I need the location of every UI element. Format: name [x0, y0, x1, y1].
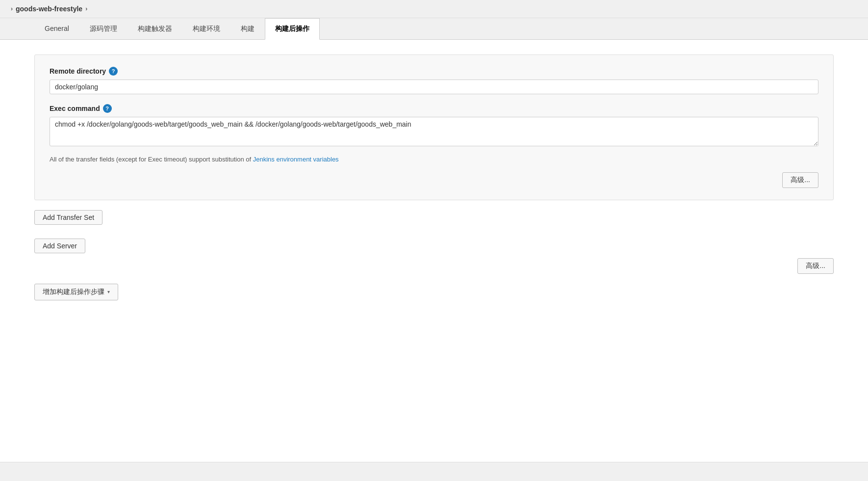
add-server-row: Add Server: [34, 239, 834, 253]
breadcrumb: › goods-web-freestyle ›: [0, 0, 868, 18]
exec-command-label-row: Exec command ?: [50, 104, 818, 113]
outer-advanced-btn-row: 高级...: [34, 258, 834, 274]
tab-build[interactable]: 构建: [230, 18, 265, 40]
main-content: Remote directory ? Exec command ? All of…: [0, 40, 868, 462]
add-step-label: 增加构建后操作步骤: [43, 288, 104, 296]
remote-directory-label-row: Remote directory ?: [50, 67, 818, 76]
transfer-info-text: All of the transfer fields (except for E…: [50, 155, 818, 164]
tab-post[interactable]: 构建后操作: [265, 18, 320, 40]
add-transfer-set-row: Add Transfer Set: [34, 210, 834, 225]
remote-directory-help-icon[interactable]: ?: [109, 67, 118, 76]
remote-directory-input[interactable]: [50, 80, 818, 94]
exec-command-label: Exec command: [50, 105, 100, 112]
breadcrumb-arrow-right: ›: [85, 5, 87, 12]
bottom-bar: [0, 462, 868, 481]
add-server-button[interactable]: Add Server: [34, 239, 85, 253]
exec-command-help-icon[interactable]: ?: [103, 104, 112, 113]
tab-env[interactable]: 构建环境: [182, 18, 230, 40]
transfer-section: Remote directory ? Exec command ? All of…: [34, 54, 834, 200]
remote-directory-label: Remote directory: [50, 67, 106, 75]
tab-triggers[interactable]: 构建触发器: [128, 18, 182, 40]
breadcrumb-project-name[interactable]: goods-web-freestyle: [16, 5, 82, 13]
inner-advanced-button[interactable]: 高级...: [782, 172, 818, 188]
tab-general[interactable]: General: [34, 18, 79, 40]
breadcrumb-arrow-left: ›: [11, 5, 13, 12]
info-text-prefix: All of the transfer fields (except for E…: [50, 156, 253, 163]
add-step-row: 增加构建后操作步骤 ▾: [34, 284, 834, 300]
tab-source[interactable]: 源码管理: [79, 18, 128, 40]
outer-advanced-button[interactable]: 高级...: [797, 258, 834, 274]
add-transfer-set-button[interactable]: Add Transfer Set: [34, 210, 102, 225]
add-post-build-step-button[interactable]: 增加构建后操作步骤 ▾: [34, 284, 118, 300]
dropdown-arrow-icon: ▾: [107, 289, 110, 294]
tabs-bar: General 源码管理 构建触发器 构建环境 构建 构建后操作: [0, 18, 868, 40]
inner-advanced-btn-row: 高级...: [50, 172, 818, 188]
jenkins-env-vars-link[interactable]: Jenkins environment variables: [253, 156, 339, 163]
exec-command-input[interactable]: [50, 117, 818, 146]
